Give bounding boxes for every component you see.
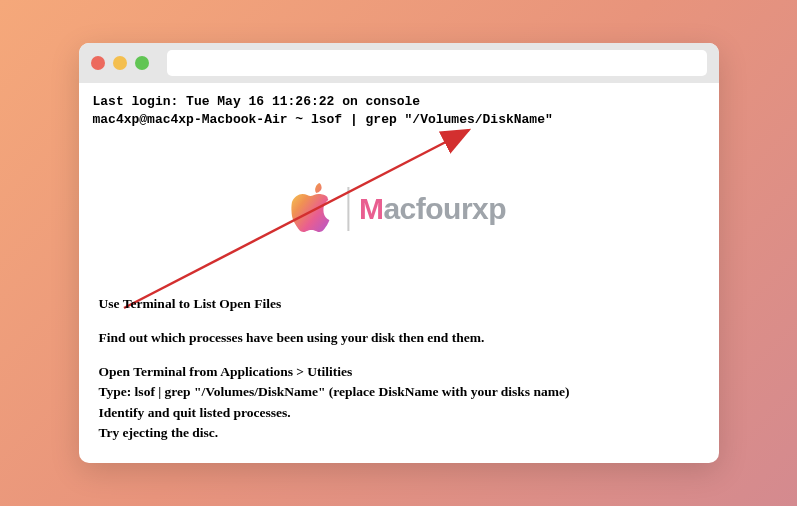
instructions-heading: Use Terminal to List Open Files [99, 294, 699, 314]
close-button[interactable] [91, 56, 105, 70]
minimize-button[interactable] [113, 56, 127, 70]
last-login-line: Last login: Tue May 16 11:26:22 on conso… [93, 93, 705, 111]
instructions-steps: Open Terminal from Applications > Utilit… [99, 362, 699, 443]
address-bar[interactable] [167, 50, 707, 76]
step-type-command: Type: lsof | grep "/Volumes/DiskName" (r… [99, 382, 699, 402]
apple-logo-icon [291, 183, 337, 235]
watermark: Macfourxp [291, 183, 506, 235]
command-prompt-line: mac4xp@mac4xp-Macbook-Air ~ lsof | grep … [93, 111, 705, 129]
instructions-intro: Find out which processes have been using… [99, 328, 699, 348]
step-eject: Try ejecting the disc. [99, 423, 699, 443]
watermark-divider [347, 187, 349, 231]
step-open-terminal: Open Terminal from Applications > Utilit… [99, 362, 699, 382]
watermark-text: Macfourxp [359, 192, 506, 226]
maximize-button[interactable] [135, 56, 149, 70]
terminal-output: Last login: Tue May 16 11:26:22 on conso… [93, 93, 705, 129]
step-identify-quit: Identify and quit listed processes. [99, 403, 699, 423]
window-content: Last login: Tue May 16 11:26:22 on conso… [79, 83, 719, 463]
instructions-block: Use Terminal to List Open Files Find out… [99, 294, 699, 444]
terminal-window: Last login: Tue May 16 11:26:22 on conso… [79, 43, 719, 463]
window-titlebar [79, 43, 719, 83]
brand-rest: acfourxp [383, 192, 506, 225]
brand-m: M [359, 192, 384, 225]
